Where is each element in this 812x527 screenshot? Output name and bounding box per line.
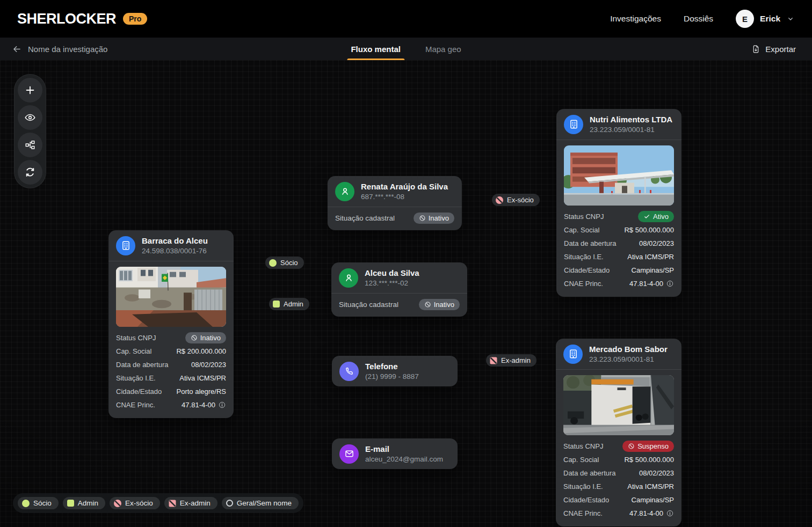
nav-link-investigacoes[interactable]: Investigações [610,14,661,24]
legend-label: Geral/Sem nome [237,499,292,507]
node-card-email[interactable]: E-mail alceu_2024@gmail.com [332,438,458,469]
field-label: CNAE Princ. [563,509,603,517]
navbar-right: Investigações Dossiês E Erick [610,10,795,28]
tab-fluxo-mental[interactable]: Fluxo mental [347,38,404,60]
field-value: Porto alegre/RS [177,387,227,396]
company-icon [564,115,583,134]
field-value: Ativa ICMS/PR [627,482,674,491]
ban-icon [424,301,431,308]
refresh-button[interactable] [18,160,42,185]
status-badge: Inativo [414,213,454,224]
check-icon [643,213,650,220]
visibility-button[interactable] [18,105,42,130]
card-body: Situação cadastral Inativo [331,294,467,317]
card-header: Alceu da Silva 123.***.***-02 [331,262,467,293]
node-title: Alceu da Silva [365,268,419,279]
field-label: Situação cadastral [335,214,395,222]
edge-label-socio: Sócio [265,257,304,269]
company-icon [563,345,583,364]
user-menu[interactable]: E Erick [736,10,795,28]
field-label: Cap. Social [116,347,151,355]
street-view-photo [116,267,226,327]
edge-label-text: Ex-admin [501,356,531,364]
node-card-mercado-bom-sabor[interactable]: Mercado Bom Sabor 23.223.059/0001-81 [556,339,682,526]
node-title: Nutri Alimentos LTDA [590,114,672,125]
back-arrow-icon[interactable] [12,44,22,54]
street-view-photo [564,145,674,206]
investigation-header: Nome da investigação Fluxo mental Mapa g… [0,38,812,60]
card-header: Renata Araújo da Silva 687.***.***-08 [328,176,462,207]
ban-icon [419,215,426,222]
app-logo: SHERLOCKER [17,11,116,27]
status-badge: Inativo [185,332,226,343]
back-wrap: Nome da investigação [12,44,107,54]
graph-canvas[interactable]: Sócio Admin Ex-sócio Ex-admin Barraca do… [0,60,812,527]
info-icon[interactable] [666,280,674,288]
person-icon [335,182,354,201]
status-badge: Ativo [638,211,674,222]
plus-icon [24,84,36,96]
canvas-toolbar [14,74,46,188]
legend-item-socio: Sócio [18,497,59,509]
card-header: Barraca do Alceu 24.598.038/0001-76 [108,230,234,261]
field-label: Status CNPJ [563,442,603,450]
pro-badge: Pro [123,13,147,25]
field-label: CNAE Princ. [116,401,155,409]
node-title: Mercado Bom Sabor [589,344,668,355]
ex-admin-marker-icon [169,500,176,507]
node-card-nutri-alimentos[interactable]: Nutri Alimentos LTDA 23.223.059/0001-81 [556,109,682,297]
field-value: R$ 500.000.000 [624,456,674,464]
field-label: CNAE Princ. [564,280,603,288]
eye-icon [24,112,36,123]
legend-item-admin: Admin [63,497,105,509]
edge-label-ex-admin: Ex-admin [486,354,536,367]
field-value: R$ 500.000.000 [624,226,674,234]
card-body: Status CNPJ Inativo Cap. SocialR$ 200.00… [108,261,234,418]
person-icon [339,268,358,288]
export-label: Exportar [765,45,796,54]
node-title: Barraca do Alceu [142,236,208,246]
field-label: Cidade/Estado [116,387,162,396]
field-label: Situação I.E. [564,253,604,261]
admin-marker-icon [67,500,74,507]
top-navbar: SHERLOCKER Pro Investigações Dossiês E E… [0,0,812,38]
field-label: Data de abertura [564,239,617,247]
nav-link-dossies[interactable]: Dossiês [684,14,713,24]
card-header: E-mail alceu_2024@gmail.com [332,438,458,469]
node-title: E-mail [365,444,443,455]
avatar: E [736,10,754,28]
zoom-in-button[interactable] [18,78,42,103]
node-card-telefone[interactable]: Telefone (21) 9999 - 8887 [332,356,458,386]
legend-label: Sócio [33,499,52,507]
user-name: Erick [760,14,780,24]
field-value: 08/02/2023 [639,469,674,477]
field-label: Situação I.E. [116,374,156,382]
node-title: Telefone [365,361,419,372]
phone-number: (21) 9999 - 8887 [365,372,419,382]
file-arrow-down-icon [751,45,760,54]
info-icon[interactable] [666,509,674,517]
node-card-renata[interactable]: Renata Araújo da Silva 687.***.***-08 Si… [328,176,462,230]
info-icon[interactable] [218,401,226,409]
edge-label-text: Admin [284,300,303,308]
field-value: Ativa ICMS/PR [627,253,674,261]
field-value: 47.81-4-00 [182,401,226,409]
node-title: Renata Araújo da Silva [361,181,448,192]
auto-layout-button[interactable] [18,133,42,157]
field-label: Data de abertura [563,469,616,477]
field-value: Ativa ICMS/PR [179,374,226,382]
node-cpf: 123.***.***-02 [365,279,419,288]
field-label: Status CNPJ [116,334,156,342]
field-value: Campinas/SP [632,266,674,274]
card-body: Situação cadastral Inativo [328,207,462,230]
field-value: 08/02/2023 [191,361,226,369]
node-cnpj: 23.223.059/0001-81 [589,355,668,364]
export-button[interactable]: Exportar [751,45,796,54]
tab-mapa-geo[interactable]: Mapa geo [422,38,465,60]
node-card-barraca-do-alceu[interactable]: Barraca do Alceu 24.598.038/0001-76 [108,230,234,418]
node-card-alceu[interactable]: Alceu da Silva 123.***.***-02 Situação c… [331,262,467,317]
admin-marker-icon [273,301,280,308]
chevron-down-icon [786,14,795,23]
brand: SHERLOCKER Pro [17,11,147,27]
field-value: Campinas/SP [632,496,674,504]
